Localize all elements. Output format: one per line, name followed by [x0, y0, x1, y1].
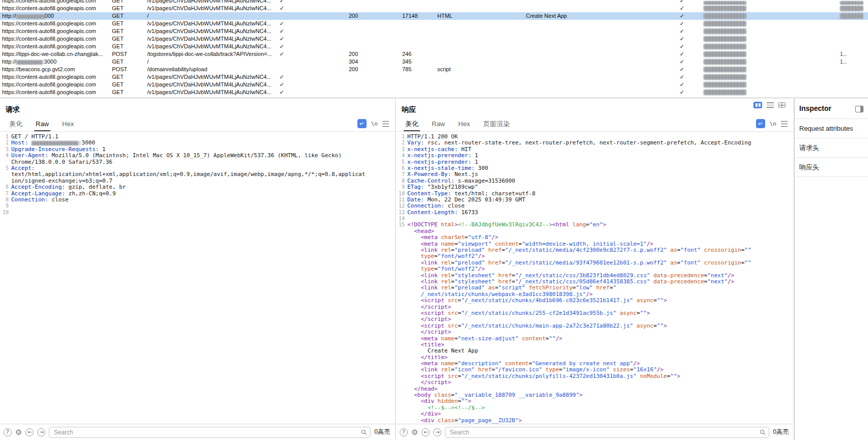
request-row[interactable]: https://content-autofill.googleapis.comG… [0, 20, 868, 27]
tab-Hex[interactable]: Hex [55, 117, 80, 131]
tab-Raw[interactable]: Raw [425, 117, 452, 131]
request-row[interactable]: http://:3000GET/304345✓1... [0, 58, 868, 66]
redacted-column [704, 13, 746, 19]
request-path: /v1/pages/ChVDaHJvbWUvMTM4LjAuNzIwNC4... [147, 81, 278, 89]
detail-area: 请求 美化RawHex ↵ \n 1GET / HTTP/1.12Host: :… [0, 99, 868, 440]
request-method: GET [112, 58, 143, 66]
tab-Hex[interactable]: Hex [452, 117, 477, 131]
request-path: /v1/pages/ChVDaHJvbWUvMTM4LjAuNzIwNC4... [147, 5, 278, 12]
status-code: 200 [349, 50, 371, 58]
request-path: / [147, 12, 278, 20]
complete-check-icon: ✓ [680, 50, 690, 58]
menu-icon[interactable] [382, 121, 389, 127]
split-columns-icon[interactable] [753, 102, 762, 108]
request-method: GET [112, 43, 143, 50]
status-code: 304 [349, 58, 371, 66]
settings-gear-icon[interactable]: ⚙ [15, 428, 22, 436]
response-search-input[interactable] [445, 427, 769, 438]
code-line: Chrome/138.0.0.0 Safari/537.36 [1, 159, 395, 165]
response-panel-title: 响应 [402, 105, 416, 114]
forward-icon[interactable]: → [433, 428, 441, 436]
request-row[interactable]: https://lippi-doc-we-collab.cn-zhangjiak… [0, 50, 868, 58]
grid-view-icon[interactable] [778, 102, 786, 108]
redacted-text [16, 60, 43, 65]
request-method: POST [112, 50, 143, 58]
code-line: 9 [1, 203, 395, 209]
help-icon[interactable]: ? [400, 428, 408, 436]
settings-gear-icon[interactable]: ⚙ [411, 428, 418, 436]
inspector-item[interactable]: 请求头 [795, 138, 868, 158]
redacted-text [16, 14, 45, 19]
request-tabbar-icons: ↵ \n [357, 119, 389, 128]
highlight-count: 0高亮 [374, 428, 390, 436]
redacted-text [32, 141, 78, 145]
line-number: 10 [1, 210, 9, 216]
request-search [49, 427, 371, 438]
soft-wrap-icon[interactable]: ↵ [756, 119, 765, 128]
split-rows-icon[interactable] [767, 102, 774, 108]
soft-wrap-icon[interactable]: ↵ [357, 119, 367, 128]
inspector-item[interactable]: 响应头 [795, 158, 868, 177]
back-icon[interactable]: ← [25, 428, 34, 436]
request-row[interactable]: https://content-autofill.googleapis.comG… [0, 5, 868, 12]
request-row[interactable]: https://content-autofill.googleapis.comG… [0, 0, 868, 5]
request-host: https://lippi-doc-we-collab.cn-zhangjiak… [2, 50, 110, 58]
complete-check-icon: ✓ [279, 89, 290, 96]
request-host: http://:3000 [2, 58, 110, 66]
help-icon[interactable]: ? [4, 428, 12, 436]
inspector-item[interactable]: Request attributes [795, 119, 868, 138]
request-panel: 请求 美化RawHex ↵ \n 1GET / HTTP/1.12Host: :… [0, 99, 396, 440]
layout-toggle-group [753, 102, 786, 108]
request-row[interactable]: https://content-autofill.googleapis.comG… [0, 35, 868, 43]
code-line: 8Connection: close [1, 197, 395, 203]
request-row[interactable]: https://content-autofill.googleapis.comG… [0, 27, 868, 35]
request-row[interactable]: https://content-autofill.googleapis.comG… [0, 73, 868, 81]
request-host: https://content-autofill.googleapis.com [2, 89, 110, 96]
menu-icon[interactable] [781, 121, 788, 127]
request-method: GET [112, 20, 143, 27]
request-method: GET [112, 35, 143, 43]
back-icon[interactable]: ← [422, 428, 430, 436]
redacted-column [704, 82, 746, 87]
request-row[interactable]: https://content-autofill.googleapis.comG… [0, 81, 868, 89]
request-row[interactable]: https://content-autofill.googleapis.comG… [0, 89, 868, 96]
newline-toggle[interactable]: \n [371, 121, 378, 127]
tab-Raw[interactable]: Raw [29, 117, 55, 131]
request-row[interactable]: https://beacons.gcp.gvt2.comPOST/domainr… [0, 66, 868, 73]
request-panel-title: 请求 [6, 105, 20, 114]
inspector-header: Inspector [795, 99, 868, 119]
code-line: <script src="/_next/static/chunks/255-cf… [397, 310, 794, 316]
complete-check-icon: ✓ [680, 81, 690, 89]
code-line: <script src="/_next/static/chunks/main-a… [397, 323, 794, 329]
complete-check-icon: ✓ [279, 81, 290, 89]
response-beautified-view[interactable]: 1HTTP/1.1 200 OK2Vary: rsc, next-router-… [396, 132, 794, 424]
request-raw-view[interactable]: 1GET / HTTP/1.12Host: :30003Upgrade-Inse… [0, 132, 395, 424]
request-row[interactable]: http://000GET/20017148HTMLCreate Next Ap… [0, 12, 868, 20]
content-type: HTML [437, 12, 469, 20]
request-host: https://beacons.gcp.gvt2.com [2, 66, 110, 73]
request-row[interactable]: https://content-autofill.googleapis.comG… [0, 43, 868, 50]
request-search-toolbar: ? ⚙ ← → 0高亮 [0, 424, 395, 440]
code-line: <script src="/_next/static/chunks/4bd1b6… [397, 298, 794, 304]
forward-icon[interactable]: → [37, 428, 45, 436]
request-method: POST [112, 66, 143, 73]
tab-美化[interactable]: 美化 [3, 117, 29, 131]
newline-toggle[interactable]: \n [770, 121, 776, 127]
tab-美化[interactable]: 美化 [399, 117, 425, 131]
tab-页面渲染[interactable]: 页面渲染 [477, 117, 516, 131]
request-path: /logstores/lippi-doc-we-collab/track?API… [147, 50, 278, 58]
response-search-toolbar: ? ⚙ ← → 0高亮 [396, 424, 794, 440]
collapse-panel-icon[interactable] [855, 106, 863, 112]
complete-check-icon: ✓ [279, 0, 290, 5]
line-number: 9 [1, 203, 9, 209]
line-number: 9 [397, 184, 405, 190]
line-number: 3 [1, 146, 9, 153]
request-search-input[interactable] [49, 427, 371, 438]
complete-check-icon: ✓ [279, 43, 290, 50]
complete-check-icon: ✓ [680, 27, 690, 35]
request-path: /v1/pages/ChVDaHJvbWUvMTM4LjAuNzIwNC4... [147, 73, 278, 81]
request-path: /v1/pages/ChVDaHJvbWUvMTM4LjAuNzIwNC4... [147, 0, 278, 5]
redacted-column [704, 1, 746, 5]
page-title: Create Next App [526, 12, 633, 20]
highlight-count: 0高亮 [773, 428, 789, 436]
